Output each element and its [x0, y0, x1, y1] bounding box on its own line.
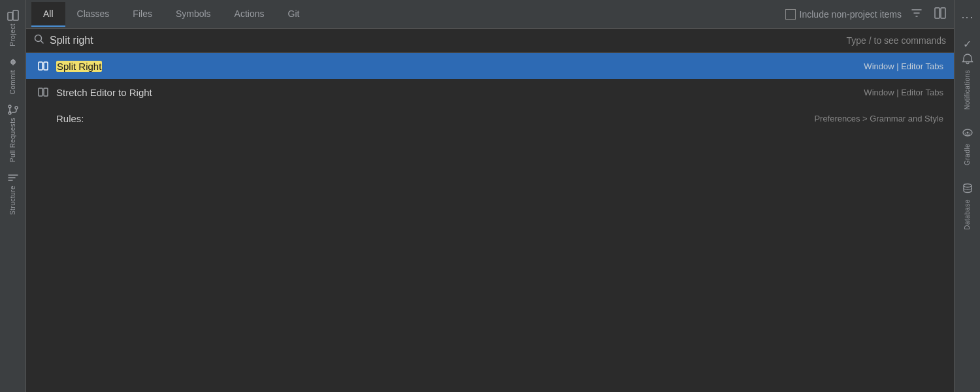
result-item-stretch-editor[interactable]: Stretch Editor to Right Window | Editor …: [26, 79, 954, 105]
filter-icon[interactable]: [908, 5, 925, 24]
result-item-rules[interactable]: Rules: Preferences > Grammar and Style: [26, 105, 954, 131]
structure-label: Structure: [9, 186, 16, 215]
search-input[interactable]: [50, 35, 841, 46]
result-left: Stretch Editor to Right: [37, 86, 152, 99]
database-label: Database: [964, 199, 971, 230]
results-list: Split Right Window | Editor Tabs Stretch…: [26, 53, 954, 392]
rules-path: Preferences > Grammar and Style: [814, 114, 943, 123]
right-sidebar: ⋮ ✓ Notifications Gradle: [954, 0, 980, 392]
stretch-editor-path: Window | Editor Tabs: [864, 88, 943, 97]
stretch-editor-icon: [37, 86, 50, 99]
project-icon: [1, 9, 25, 22]
svg-rect-10: [39, 88, 42, 96]
right-sidebar-item-gradle[interactable]: Gradle: [955, 120, 980, 172]
structure-icon: [1, 171, 25, 184]
database-icon: [962, 182, 973, 197]
search-hint: Type / to see commands: [846, 35, 946, 46]
left-sidebar: Project Commit Pull Requests: [0, 0, 26, 392]
svg-point-13: [966, 131, 968, 133]
more-options-icon[interactable]: ⋮: [958, 9, 977, 26]
svg-rect-9: [44, 62, 48, 70]
result-left: Split Right: [37, 59, 102, 73]
svg-point-2: [8, 105, 11, 108]
split-right-icon: [37, 59, 50, 73]
pull-requests-icon: [1, 103, 25, 116]
notifications-icon: [962, 53, 973, 67]
result-left: Rules:: [37, 112, 84, 125]
project-label: Project: [9, 24, 16, 46]
gradle-label: Gradle: [964, 144, 971, 165]
sidebar-item-project[interactable]: Project: [0, 5, 25, 50]
check-icon: ✓: [963, 38, 972, 50]
svg-rect-5: [935, 8, 939, 18]
tabs-right-controls: Include non-project items: [785, 5, 949, 24]
right-sidebar-item-database[interactable]: Database: [955, 176, 980, 237]
svg-rect-6: [941, 8, 945, 18]
tab-actions[interactable]: Actions: [223, 2, 276, 27]
main-content: All Classes Files Symbols Actions Git In…: [26, 0, 954, 392]
sidebar-item-structure[interactable]: Structure: [0, 167, 25, 219]
include-non-project-checkbox[interactable]: [785, 9, 796, 20]
sidebar-item-pull-requests[interactable]: Pull Requests: [0, 99, 25, 166]
result-item-split-right[interactable]: Split Right Window | Editor Tabs: [26, 53, 954, 79]
right-sidebar-top: ⋮ ✓ Notifications Gradle: [955, 5, 980, 237]
right-sidebar-item-notifications[interactable]: ✓ Notifications: [955, 31, 980, 116]
svg-rect-8: [39, 62, 42, 70]
search-bar: Type / to see commands: [26, 29, 954, 53]
notifications-label: Notifications: [964, 70, 971, 110]
include-non-project-label[interactable]: Include non-project items: [785, 9, 902, 20]
tabs-bar: All Classes Files Symbols Actions Git In…: [26, 0, 954, 29]
svg-point-4: [15, 106, 18, 109]
pull-requests-label: Pull Requests: [9, 118, 16, 162]
include-non-project-text: Include non-project items: [800, 9, 902, 20]
svg-rect-0: [8, 12, 12, 20]
commit-label: Commit: [9, 70, 16, 94]
svg-rect-11: [44, 88, 48, 96]
svg-point-14: [964, 184, 972, 187]
split-right-highlight: Split Right: [56, 61, 102, 72]
split-right-name: Split Right: [56, 61, 102, 72]
svg-rect-1: [13, 10, 18, 20]
sidebar-item-commit[interactable]: Commit: [0, 52, 25, 98]
tab-git[interactable]: Git: [276, 2, 312, 27]
rules-icon: [37, 112, 50, 125]
layout-icon[interactable]: [932, 5, 949, 24]
tab-classes[interactable]: Classes: [65, 2, 122, 27]
stretch-editor-name: Stretch Editor to Right: [56, 87, 152, 98]
commit-icon: [1, 56, 25, 69]
tab-all[interactable]: All: [31, 2, 65, 27]
split-right-path: Window | Editor Tabs: [864, 61, 943, 71]
search-icon: [34, 34, 44, 47]
tab-files[interactable]: Files: [121, 2, 164, 27]
gradle-icon: [962, 127, 973, 141]
tab-symbols[interactable]: Symbols: [164, 2, 223, 27]
rules-name: Rules:: [56, 113, 84, 124]
